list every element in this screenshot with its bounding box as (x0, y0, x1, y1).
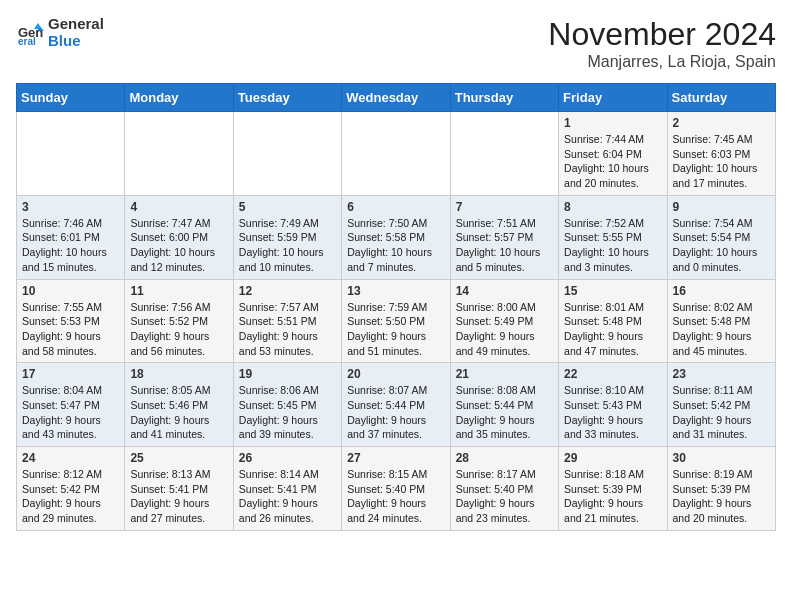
day-number: 4 (130, 200, 227, 214)
calendar-day-cell: 20Sunrise: 8:07 AMSunset: 5:44 PMDayligh… (342, 363, 450, 447)
calendar-day-cell: 2Sunrise: 7:45 AMSunset: 6:03 PMDaylight… (667, 112, 775, 196)
logo-line2: Blue (48, 33, 104, 50)
day-number: 21 (456, 367, 553, 381)
calendar-subtitle: Manjarres, La Rioja, Spain (548, 53, 776, 71)
calendar-day-cell: 28Sunrise: 8:17 AMSunset: 5:40 PMDayligh… (450, 447, 558, 531)
calendar-day-cell: 17Sunrise: 8:04 AMSunset: 5:47 PMDayligh… (17, 363, 125, 447)
calendar-day-cell: 10Sunrise: 7:55 AMSunset: 5:53 PMDayligh… (17, 279, 125, 363)
day-info: Sunrise: 8:00 AMSunset: 5:49 PMDaylight:… (456, 300, 553, 359)
day-info: Sunrise: 8:17 AMSunset: 5:40 PMDaylight:… (456, 467, 553, 526)
day-number: 28 (456, 451, 553, 465)
day-info: Sunrise: 8:15 AMSunset: 5:40 PMDaylight:… (347, 467, 444, 526)
day-number: 7 (456, 200, 553, 214)
weekday-header-cell: Tuesday (233, 84, 341, 112)
calendar-day-cell: 14Sunrise: 8:00 AMSunset: 5:49 PMDayligh… (450, 279, 558, 363)
calendar-table: SundayMondayTuesdayWednesdayThursdayFrid… (16, 83, 776, 531)
day-number: 5 (239, 200, 336, 214)
calendar-day-cell (125, 112, 233, 196)
day-info: Sunrise: 7:47 AMSunset: 6:00 PMDaylight:… (130, 216, 227, 275)
calendar-day-cell: 3Sunrise: 7:46 AMSunset: 6:01 PMDaylight… (17, 195, 125, 279)
calendar-week-row: 3Sunrise: 7:46 AMSunset: 6:01 PMDaylight… (17, 195, 776, 279)
day-number: 27 (347, 451, 444, 465)
day-number: 16 (673, 284, 770, 298)
day-number: 19 (239, 367, 336, 381)
logo: Gen eral General Blue (16, 16, 104, 49)
day-info: Sunrise: 8:12 AMSunset: 5:42 PMDaylight:… (22, 467, 119, 526)
day-number: 8 (564, 200, 661, 214)
calendar-day-cell: 30Sunrise: 8:19 AMSunset: 5:39 PMDayligh… (667, 447, 775, 531)
calendar-day-cell: 6Sunrise: 7:50 AMSunset: 5:58 PMDaylight… (342, 195, 450, 279)
calendar-day-cell: 9Sunrise: 7:54 AMSunset: 5:54 PMDaylight… (667, 195, 775, 279)
calendar-day-cell: 13Sunrise: 7:59 AMSunset: 5:50 PMDayligh… (342, 279, 450, 363)
calendar-day-cell: 23Sunrise: 8:11 AMSunset: 5:42 PMDayligh… (667, 363, 775, 447)
calendar-week-row: 1Sunrise: 7:44 AMSunset: 6:04 PMDaylight… (17, 112, 776, 196)
calendar-title: November 2024 (548, 16, 776, 53)
day-info: Sunrise: 8:14 AMSunset: 5:41 PMDaylight:… (239, 467, 336, 526)
day-number: 3 (22, 200, 119, 214)
day-info: Sunrise: 8:11 AMSunset: 5:42 PMDaylight:… (673, 383, 770, 442)
day-number: 6 (347, 200, 444, 214)
day-number: 14 (456, 284, 553, 298)
svg-text:eral: eral (18, 36, 36, 47)
calendar-day-cell: 21Sunrise: 8:08 AMSunset: 5:44 PMDayligh… (450, 363, 558, 447)
calendar-week-row: 17Sunrise: 8:04 AMSunset: 5:47 PMDayligh… (17, 363, 776, 447)
title-block: November 2024 Manjarres, La Rioja, Spain (548, 16, 776, 71)
calendar-week-row: 24Sunrise: 8:12 AMSunset: 5:42 PMDayligh… (17, 447, 776, 531)
day-number: 1 (564, 116, 661, 130)
day-info: Sunrise: 7:55 AMSunset: 5:53 PMDaylight:… (22, 300, 119, 359)
calendar-day-cell: 19Sunrise: 8:06 AMSunset: 5:45 PMDayligh… (233, 363, 341, 447)
day-number: 30 (673, 451, 770, 465)
day-number: 17 (22, 367, 119, 381)
calendar-day-cell: 15Sunrise: 8:01 AMSunset: 5:48 PMDayligh… (559, 279, 667, 363)
day-info: Sunrise: 8:01 AMSunset: 5:48 PMDaylight:… (564, 300, 661, 359)
day-info: Sunrise: 7:50 AMSunset: 5:58 PMDaylight:… (347, 216, 444, 275)
calendar-day-cell: 16Sunrise: 8:02 AMSunset: 5:48 PMDayligh… (667, 279, 775, 363)
day-number: 25 (130, 451, 227, 465)
day-number: 20 (347, 367, 444, 381)
day-info: Sunrise: 8:13 AMSunset: 5:41 PMDaylight:… (130, 467, 227, 526)
calendar-day-cell: 22Sunrise: 8:10 AMSunset: 5:43 PMDayligh… (559, 363, 667, 447)
day-info: Sunrise: 8:19 AMSunset: 5:39 PMDaylight:… (673, 467, 770, 526)
day-info: Sunrise: 7:56 AMSunset: 5:52 PMDaylight:… (130, 300, 227, 359)
calendar-day-cell (233, 112, 341, 196)
logo-icon: Gen eral (16, 19, 44, 47)
day-info: Sunrise: 8:05 AMSunset: 5:46 PMDaylight:… (130, 383, 227, 442)
calendar-day-cell: 5Sunrise: 7:49 AMSunset: 5:59 PMDaylight… (233, 195, 341, 279)
day-info: Sunrise: 7:54 AMSunset: 5:54 PMDaylight:… (673, 216, 770, 275)
logo-line1: General (48, 16, 104, 33)
calendar-day-cell: 7Sunrise: 7:51 AMSunset: 5:57 PMDaylight… (450, 195, 558, 279)
calendar-day-cell: 11Sunrise: 7:56 AMSunset: 5:52 PMDayligh… (125, 279, 233, 363)
calendar-day-cell: 8Sunrise: 7:52 AMSunset: 5:55 PMDaylight… (559, 195, 667, 279)
day-number: 15 (564, 284, 661, 298)
day-info: Sunrise: 7:52 AMSunset: 5:55 PMDaylight:… (564, 216, 661, 275)
calendar-day-cell: 26Sunrise: 8:14 AMSunset: 5:41 PMDayligh… (233, 447, 341, 531)
calendar-day-cell: 18Sunrise: 8:05 AMSunset: 5:46 PMDayligh… (125, 363, 233, 447)
day-info: Sunrise: 8:02 AMSunset: 5:48 PMDaylight:… (673, 300, 770, 359)
day-number: 23 (673, 367, 770, 381)
weekday-header-cell: Wednesday (342, 84, 450, 112)
weekday-header-cell: Friday (559, 84, 667, 112)
day-number: 2 (673, 116, 770, 130)
calendar-day-cell: 4Sunrise: 7:47 AMSunset: 6:00 PMDaylight… (125, 195, 233, 279)
day-info: Sunrise: 7:49 AMSunset: 5:59 PMDaylight:… (239, 216, 336, 275)
weekday-header-cell: Sunday (17, 84, 125, 112)
day-number: 12 (239, 284, 336, 298)
calendar-day-cell: 27Sunrise: 8:15 AMSunset: 5:40 PMDayligh… (342, 447, 450, 531)
calendar-day-cell: 12Sunrise: 7:57 AMSunset: 5:51 PMDayligh… (233, 279, 341, 363)
logo-text: General Blue (48, 16, 104, 49)
page-header: Gen eral General Blue November 2024 Manj… (16, 16, 776, 71)
weekday-header-cell: Thursday (450, 84, 558, 112)
day-number: 11 (130, 284, 227, 298)
day-info: Sunrise: 7:45 AMSunset: 6:03 PMDaylight:… (673, 132, 770, 191)
day-number: 9 (673, 200, 770, 214)
calendar-week-row: 10Sunrise: 7:55 AMSunset: 5:53 PMDayligh… (17, 279, 776, 363)
day-info: Sunrise: 8:18 AMSunset: 5:39 PMDaylight:… (564, 467, 661, 526)
day-info: Sunrise: 7:46 AMSunset: 6:01 PMDaylight:… (22, 216, 119, 275)
day-number: 24 (22, 451, 119, 465)
day-info: Sunrise: 7:51 AMSunset: 5:57 PMDaylight:… (456, 216, 553, 275)
day-info: Sunrise: 7:44 AMSunset: 6:04 PMDaylight:… (564, 132, 661, 191)
day-info: Sunrise: 8:10 AMSunset: 5:43 PMDaylight:… (564, 383, 661, 442)
calendar-day-cell: 25Sunrise: 8:13 AMSunset: 5:41 PMDayligh… (125, 447, 233, 531)
calendar-body: 1Sunrise: 7:44 AMSunset: 6:04 PMDaylight… (17, 112, 776, 531)
day-info: Sunrise: 7:57 AMSunset: 5:51 PMDaylight:… (239, 300, 336, 359)
